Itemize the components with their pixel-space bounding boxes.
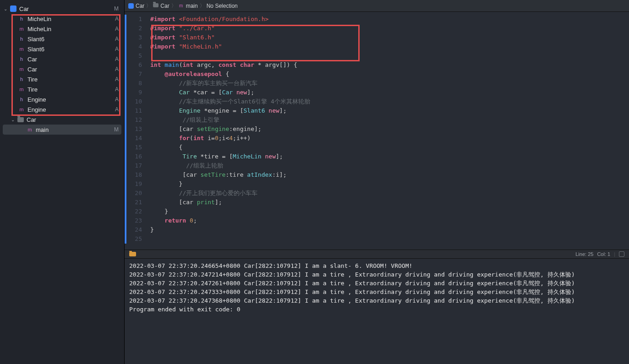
file-row[interactable]: hCarA (0, 54, 124, 64)
folder-icon[interactable] (129, 252, 136, 256)
breadcrumb-item[interactable]: No Selection (207, 3, 238, 9)
m-file-icon: m (19, 46, 25, 52)
scm-badge: A (115, 106, 119, 113)
breadcrumb-item[interactable]: Car (128, 3, 144, 9)
file-row[interactable]: mTireA (0, 84, 124, 94)
file-row[interactable]: mMicheLinA (0, 24, 124, 34)
main-area: Car 〉 Car 〉 m main 〉 No Selection 123456… (125, 0, 629, 364)
chevron-down-icon[interactable]: ⌄ (3, 6, 8, 11)
breadcrumb-label: main (186, 3, 198, 9)
chevron-down-icon[interactable]: ⌄ (10, 117, 16, 122)
file-row[interactable]: hMicheLinA (0, 14, 124, 24)
scm-badge: A (115, 56, 119, 62)
scm-badge: A (115, 36, 119, 42)
scm-badge: M (114, 5, 119, 12)
file-label: Slant6 (27, 46, 115, 53)
scm-badge: M (114, 126, 119, 133)
file-label: MicheLin (27, 16, 115, 22)
chevron-right-icon: 〉 (171, 2, 176, 9)
file-row[interactable]: hTireA (0, 74, 124, 84)
file-label: Car (27, 56, 115, 63)
m-file-icon: m (19, 107, 25, 113)
scm-badge: A (115, 86, 119, 92)
h-file-icon: h (19, 76, 25, 82)
file-label: Car (27, 66, 115, 73)
console-toolbar: Line: 25 Col: 1 | (125, 250, 629, 259)
status-line: Line: 25 (575, 251, 593, 257)
m-file-icon: m (19, 66, 25, 72)
file-row-selected[interactable]: m main M (3, 125, 121, 135)
scm-badge: A (115, 96, 119, 103)
navigator-sidebar: ⌄ Car M hMicheLinAmMicheLinAhSlant6AmSla… (0, 0, 125, 364)
breadcrumb-bar[interactable]: Car 〉 Car 〉 m main 〉 No Selection (125, 0, 629, 12)
folder-label: Car (27, 116, 119, 123)
file-row[interactable]: hSlant6A (0, 34, 124, 44)
console-output[interactable]: 2022-03-07 22:37:20.246654+0800 Car[2822… (125, 259, 629, 364)
project-icon (128, 3, 134, 9)
folder-icon (17, 117, 24, 122)
status-col: Col: 1 (597, 251, 610, 257)
m-file-icon: m (27, 127, 33, 133)
file-label: MicheLin (27, 26, 115, 33)
breadcrumb-label: Car (136, 3, 144, 9)
folder-icon (153, 3, 159, 7)
file-row[interactable]: mCarA (0, 64, 124, 74)
change-bar (125, 15, 126, 244)
h-file-icon: h (19, 16, 25, 22)
m-file-icon: m (178, 3, 184, 9)
file-label: Tire (27, 86, 115, 93)
expand-icon[interactable] (619, 251, 624, 257)
file-label: main (36, 126, 114, 133)
folder-row[interactable]: ⌄ Car (0, 114, 124, 125)
code-editor[interactable]: 1234567891011121314151617181920212223242… (125, 12, 629, 250)
file-row[interactable]: hEngineA (0, 94, 124, 104)
file-label: Engine (27, 96, 115, 103)
scm-badge: A (115, 46, 119, 52)
scm-badge: A (115, 76, 119, 82)
h-file-icon: h (19, 36, 25, 42)
scm-badge: A (115, 16, 119, 22)
breadcrumb-item[interactable]: Car (153, 3, 169, 9)
file-label: Tire (27, 76, 115, 83)
scm-badge: A (115, 26, 119, 32)
h-file-icon: h (19, 97, 25, 103)
file-label: Engine (27, 106, 115, 113)
chevron-right-icon: 〉 (200, 2, 205, 9)
file-row[interactable]: mSlant6A (0, 44, 124, 54)
project-root-label: Car (19, 5, 114, 12)
line-gutter: 1234567891011121314151617181920212223242… (125, 12, 147, 250)
breadcrumb-label: No Selection (207, 3, 238, 9)
scm-badge: A (115, 66, 119, 72)
breadcrumb-item[interactable]: m main (178, 3, 198, 9)
project-root-row[interactable]: ⌄ Car M (0, 4, 124, 14)
file-label: Slant6 (27, 36, 115, 43)
code-content[interactable]: #import <Foundation/Foundation.h>#import… (147, 12, 629, 250)
file-row[interactable]: mEngineA (0, 104, 124, 114)
chevron-right-icon: 〉 (146, 2, 151, 9)
breadcrumb-label: Car (160, 3, 169, 9)
project-icon (10, 5, 16, 12)
m-file-icon: m (19, 26, 25, 32)
m-file-icon: m (19, 87, 25, 92)
h-file-icon: h (19, 56, 25, 62)
